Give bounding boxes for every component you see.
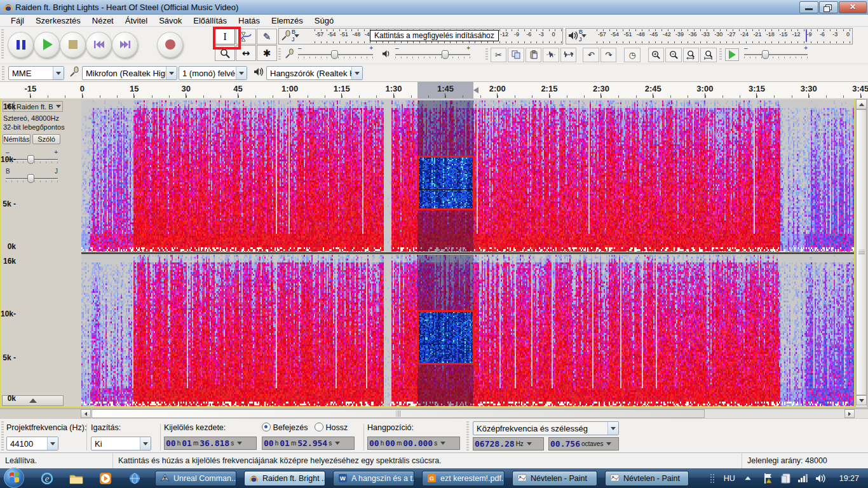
menu-item[interactable]: Súgó xyxy=(309,15,339,26)
sync-lock-button[interactable]: ◷ xyxy=(624,48,641,62)
scroll-right-button[interactable] xyxy=(844,409,855,418)
recording-device-dropdown[interactable]: Mikrofon (Realtek High I xyxy=(82,66,177,80)
spectral-center-frequency-field[interactable]: 06728.28Hz xyxy=(473,437,544,451)
multi-tool-button[interactable]: ✱ xyxy=(257,45,277,61)
timeline-scrub-arrow-icon[interactable] xyxy=(473,87,478,93)
spectrogram-channel-2[interactable] xyxy=(81,255,854,406)
audio-host-dropdown[interactable]: MME xyxy=(8,66,64,80)
trim-audio-button[interactable] xyxy=(543,48,559,62)
skip-end-button[interactable] xyxy=(112,32,138,58)
track-gain-thumb[interactable] xyxy=(27,155,34,164)
playback-volume-slider[interactable]: – + xyxy=(395,49,470,60)
playback-meter[interactable]: B J -57-54-51-48-45-42-39-36-33-30-27-24… xyxy=(566,28,853,44)
vertical-scrollbar[interactable] xyxy=(856,99,867,407)
playback-speed-thumb[interactable] xyxy=(762,50,769,59)
selection-end-field[interactable]: 00h01m52.954s xyxy=(262,437,355,450)
taskbar-button[interactable]: Raiden ft. Bright ... xyxy=(244,471,325,486)
vertical-scrollbar-thumb[interactable] xyxy=(856,109,867,395)
playback-volume-thumb[interactable] xyxy=(442,50,449,59)
playback-device-dropdown[interactable]: Hangszórók (Realtek Hig xyxy=(266,66,363,80)
playback-speed-slider[interactable]: – + xyxy=(744,49,808,60)
scroll-left-button[interactable] xyxy=(81,409,91,418)
timefield-arrow-icon[interactable] xyxy=(606,442,611,445)
explorer-folder-icon[interactable] xyxy=(69,471,84,486)
network-globe-icon[interactable] xyxy=(127,471,142,486)
close-button[interactable]: ✕ xyxy=(839,1,867,13)
mute-button[interactable]: Némítás xyxy=(3,134,31,144)
recording-channels-dropdown[interactable]: 1 (monó) felvé xyxy=(179,66,247,80)
record-button[interactable] xyxy=(157,32,183,58)
timefield-arrow-icon[interactable] xyxy=(237,442,242,445)
redo-button[interactable]: ↷ xyxy=(600,48,617,62)
minimize-button[interactable] xyxy=(799,1,818,13)
horizontal-scrollbar-thumb[interactable] xyxy=(92,409,705,418)
spectral-bandwidth-field[interactable]: 00.756octaves xyxy=(548,437,619,451)
recording-volume-slider[interactable]: – + xyxy=(298,49,373,60)
timefield-arrow-icon[interactable] xyxy=(440,442,445,445)
horizontal-scrollbar[interactable] xyxy=(0,409,868,419)
start-button[interactable] xyxy=(4,468,24,488)
track-name-dropdown[interactable]: Raiden ft. B xyxy=(14,101,63,112)
tray-expand-arrow-icon[interactable] xyxy=(744,476,752,480)
scroll-up-button[interactable] xyxy=(856,99,867,109)
volume-speaker-icon[interactable] xyxy=(815,474,827,483)
taskbar-button[interactable]: WA hangszín és a t... xyxy=(333,471,414,486)
skip-start-button[interactable] xyxy=(86,32,112,58)
timefield-arrow-icon[interactable] xyxy=(527,442,532,445)
restore-button[interactable] xyxy=(819,1,838,13)
play-button[interactable] xyxy=(34,32,60,58)
snap-to-dropdown[interactable]: Ki xyxy=(91,437,151,451)
zoom-out-button[interactable] xyxy=(665,48,682,62)
menu-item[interactable]: Nézet xyxy=(86,15,119,26)
selection-length-radio[interactable]: Hossz xyxy=(315,423,348,432)
zoom-selection-button[interactable] xyxy=(683,48,700,62)
menu-item[interactable]: Elemzés xyxy=(266,15,309,26)
recording-volume-thumb[interactable] xyxy=(331,50,338,59)
menu-item[interactable]: Sávok xyxy=(153,15,187,26)
clock[interactable]: 19:27 xyxy=(839,474,859,483)
action-center-flag-icon[interactable]: ! xyxy=(763,473,775,484)
menu-item[interactable]: Előállítás xyxy=(187,15,233,26)
taskbar-button[interactable]: Gezt kerestem!.pdf... xyxy=(422,471,505,486)
audio-position-field[interactable]: 00h00m00.000s xyxy=(367,437,460,450)
network-signal-icon[interactable] xyxy=(797,474,809,483)
selection-end-radio[interactable]: Befejezés xyxy=(262,423,308,432)
media-player-icon[interactable] xyxy=(98,471,113,486)
project-rate-dropdown[interactable]: 44100 xyxy=(6,437,58,451)
menu-item[interactable]: Szerkesztés xyxy=(30,15,86,26)
play-at-speed-button[interactable] xyxy=(725,48,739,61)
length-radio-icon[interactable] xyxy=(315,423,323,431)
spectrogram-channel-1[interactable] xyxy=(81,100,854,252)
pause-button[interactable] xyxy=(8,32,34,58)
zoom-in-button[interactable] xyxy=(648,48,665,62)
solo-button[interactable]: Szóló xyxy=(32,134,60,144)
taskbar-button[interactable]: Unreal Comman... xyxy=(155,471,236,486)
silence-audio-button[interactable] xyxy=(560,48,577,62)
selection-start-field[interactable]: 00h01m36.818s xyxy=(164,437,257,450)
menu-item[interactable]: Hatás xyxy=(233,15,266,26)
undo-button[interactable]: ↶ xyxy=(583,48,599,62)
timeline-ruler[interactable]: -1501530451:001:151:301:452:002:152:302:… xyxy=(0,81,868,99)
menu-item[interactable]: Fájl xyxy=(5,15,30,26)
track-pan-thumb[interactable] xyxy=(27,174,34,183)
taskbar-button[interactable]: Névtelen - Paint xyxy=(512,471,597,486)
language-indicator[interactable]: HU xyxy=(724,474,735,483)
copy-button[interactable] xyxy=(508,48,524,62)
cut-button[interactable]: ✂ xyxy=(491,48,507,62)
taskbar-button[interactable]: Névtelen - Paint xyxy=(605,471,689,486)
draw-tool-button[interactable]: ✎ xyxy=(257,29,277,44)
scroll-down-button[interactable] xyxy=(856,395,867,405)
track-pan-slider[interactable]: B J xyxy=(6,173,58,184)
monitor-tooltip[interactable]: Kattintás a megfigyelés indításához xyxy=(370,30,499,41)
stop-button[interactable] xyxy=(60,32,86,58)
annotation-highlight-selection-tool xyxy=(213,27,241,50)
menu-item[interactable]: Átvitel xyxy=(119,15,153,26)
status-bar: Leállítva. Kattintás és húzás a kijelölé… xyxy=(0,452,868,469)
timefield-arrow-icon[interactable] xyxy=(335,442,340,445)
end-radio-icon[interactable] xyxy=(262,423,271,431)
internet-explorer-icon[interactable]: e xyxy=(39,471,55,486)
tray-app-icon[interactable] xyxy=(781,473,791,484)
paste-button[interactable] xyxy=(526,48,542,62)
zoom-fit-button[interactable] xyxy=(700,48,717,62)
spectral-selection-mode-dropdown[interactable]: Középfrekvencia és szélesség xyxy=(473,421,619,435)
